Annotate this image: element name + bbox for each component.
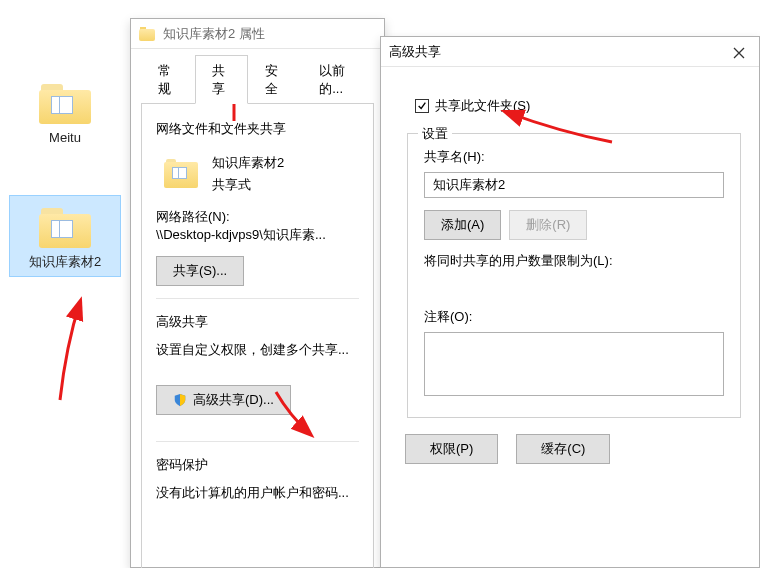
folder-label: 知识库素材2 — [29, 254, 101, 276]
title-bar[interactable]: 知识库素材2 属性 — [131, 19, 384, 49]
divider — [156, 441, 359, 442]
advanced-share-button[interactable]: 高级共享(D)... — [156, 385, 291, 415]
settings-legend: 设置 — [418, 125, 452, 143]
password-desc: 没有此计算机的用户帐户和密码... — [156, 484, 359, 502]
properties-dialog: 知识库素材2 属性 常规 共享 安全 以前的... 网络文件和文件夹共享 知识库… — [130, 18, 385, 568]
share-button[interactable]: 共享(S)... — [156, 256, 244, 286]
advanced-share-dialog: 高级共享 共享此文件夹(S) 设置 共享名(H): 添加(A) 删除(R) 将同… — [380, 36, 760, 568]
share-panel: 网络文件和文件夹共享 知识库素材2 共享式 网络路径(N): \\Desktop… — [141, 103, 374, 568]
desktop-folder-meitu[interactable]: Meitu — [10, 72, 120, 152]
folder-icon — [139, 27, 155, 41]
file-name: 知识库素材2 — [212, 154, 284, 172]
tab-general[interactable]: 常规 — [141, 55, 195, 104]
folder-icon — [164, 159, 198, 189]
advanced-desc: 设置自定义权限，创建多个共享... — [156, 341, 359, 359]
remove-button[interactable]: 删除(R) — [509, 210, 587, 240]
divider — [156, 298, 359, 299]
folder-icon — [37, 202, 93, 250]
tab-strip: 常规 共享 安全 以前的... — [131, 49, 384, 104]
window-title: 高级共享 — [389, 43, 751, 61]
close-icon — [733, 47, 745, 59]
tab-share[interactable]: 共享 — [195, 55, 249, 104]
share-folder-checkbox[interactable]: 共享此文件夹(S) — [415, 97, 530, 115]
desktop-folder-knowledge[interactable]: 知识库素材2 — [10, 196, 120, 276]
tab-previous[interactable]: 以前的... — [302, 55, 374, 104]
add-button[interactable]: 添加(A) — [424, 210, 501, 240]
title-bar[interactable]: 高级共享 — [381, 37, 759, 67]
shield-icon — [173, 393, 187, 407]
window-title: 知识库素材2 属性 — [163, 25, 376, 43]
sharename-input[interactable] — [424, 172, 724, 198]
limit-label: 将同时共享的用户数量限制为(L): — [424, 252, 724, 270]
folder-label: Meitu — [49, 130, 81, 152]
comment-input[interactable] — [424, 332, 724, 396]
annotation-arrow — [50, 296, 96, 409]
file-info: 知识库素材2 共享式 — [156, 148, 359, 208]
sharename-label: 共享名(H): — [424, 148, 724, 166]
tab-security[interactable]: 安全 — [248, 55, 302, 104]
permissions-button[interactable]: 权限(P) — [405, 434, 498, 464]
comment-label: 注释(O): — [424, 308, 724, 326]
close-button[interactable] — [721, 39, 757, 67]
checkbox-label: 共享此文件夹(S) — [435, 97, 530, 115]
settings-group: 设置 共享名(H): 添加(A) 删除(R) 将同时共享的用户数量限制为(L):… — [407, 133, 741, 418]
network-share-heading: 网络文件和文件夹共享 — [156, 120, 359, 138]
checkmark-icon — [417, 101, 427, 111]
share-mode: 共享式 — [212, 176, 284, 194]
advanced-share-heading: 高级共享 — [156, 313, 359, 331]
netpath-value: \\Desktop-kdjvps9\知识库素... — [156, 226, 359, 244]
password-heading: 密码保护 — [156, 456, 359, 474]
cache-button[interactable]: 缓存(C) — [516, 434, 610, 464]
folder-icon — [37, 78, 93, 126]
netpath-label: 网络路径(N): — [156, 208, 359, 226]
